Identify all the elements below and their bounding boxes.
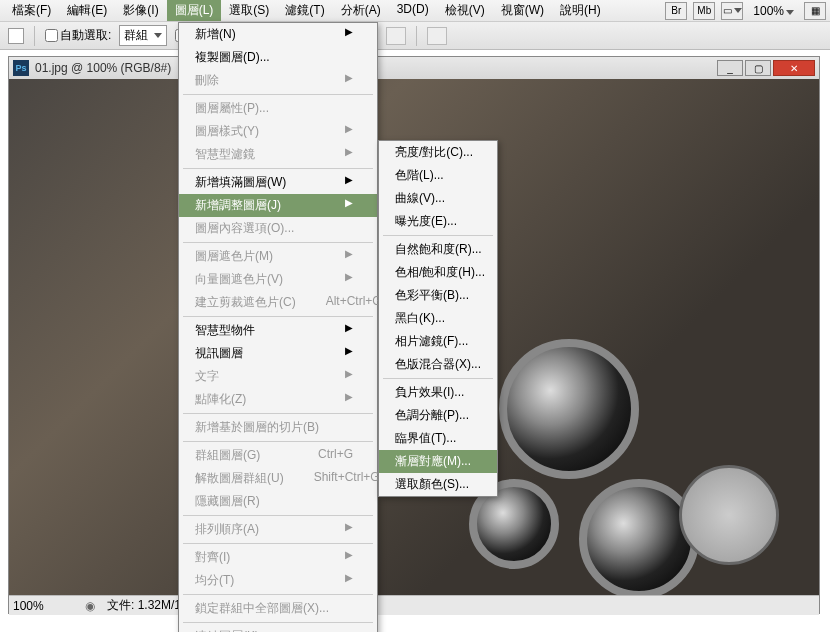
- main-menubar: 檔案(F)編輯(E)影像(I)圖層(L)選取(S)濾鏡(T)分析(A)3D(D)…: [0, 0, 830, 22]
- menu-3d[interactable]: 3D(D): [389, 0, 437, 21]
- screen-mode-icon[interactable]: ▭: [721, 2, 743, 20]
- menu-item: 連結圖層(K): [179, 625, 377, 632]
- zoom-level-label[interactable]: 100%: [749, 4, 798, 18]
- menu-item: 鎖定群組中全部圖層(X)...: [179, 597, 377, 620]
- menu-item: 智慧型濾鏡▶: [179, 143, 377, 166]
- layer-menu-dropdown: 新增(N)▶複製圖層(D)...刪除▶圖層屬性(P)...圖層樣式(Y)▶智慧型…: [178, 22, 378, 632]
- menu-選取[interactable]: 選取(S): [221, 0, 277, 21]
- distribute-button-1[interactable]: [427, 27, 447, 45]
- align-button-6[interactable]: [386, 27, 406, 45]
- menu-item[interactable]: 黑白(K)...: [379, 307, 497, 330]
- menu-item: 向量圖遮色片(V)▶: [179, 268, 377, 291]
- menu-item[interactable]: 色調分離(P)...: [379, 404, 497, 427]
- menu-item[interactable]: 曝光度(E)...: [379, 210, 497, 233]
- menu-item: 建立剪裁遮色片(C)Alt+Ctrl+G: [179, 291, 377, 314]
- menu-item[interactable]: 色相/飽和度(H)...: [379, 261, 497, 284]
- menu-item: 解散圖層群組(U)Shift+Ctrl+G: [179, 467, 377, 490]
- status-zoom[interactable]: 100%: [13, 599, 73, 613]
- menu-item: 隱藏圖層(R): [179, 490, 377, 513]
- menu-item: 群組圖層(G)Ctrl+G: [179, 444, 377, 467]
- menu-item[interactable]: 新增調整圖層(J)▶: [179, 194, 377, 217]
- menu-圖層[interactable]: 圖層(L): [167, 0, 222, 21]
- status-bar: 100% ◉ 文件: 1.32M/1.32M ▶: [9, 595, 819, 615]
- auto-select-checkbox[interactable]: 自動選取:: [45, 27, 111, 44]
- menu-item[interactable]: 新增(N)▶: [179, 23, 377, 46]
- menu-檔案[interactable]: 檔案(F): [4, 0, 59, 21]
- menu-item: 排列順序(A)▶: [179, 518, 377, 541]
- menu-item: 圖層內容選項(O)...: [179, 217, 377, 240]
- menu-item[interactable]: 色彩平衡(B)...: [379, 284, 497, 307]
- menu-item: 圖層屬性(P)...: [179, 97, 377, 120]
- close-button[interactable]: ✕: [773, 60, 815, 76]
- menu-影像[interactable]: 影像(I): [115, 0, 166, 21]
- status-info-icon[interactable]: ◉: [85, 599, 95, 613]
- menu-item[interactable]: 選取顏色(S)...: [379, 473, 497, 496]
- menu-item: 刪除▶: [179, 69, 377, 92]
- menu-濾鏡[interactable]: 濾鏡(T): [277, 0, 332, 21]
- menu-item: 對齊(I)▶: [179, 546, 377, 569]
- menu-item[interactable]: 色階(L)...: [379, 164, 497, 187]
- menu-item[interactable]: 視訊圖層▶: [179, 342, 377, 365]
- menu-item[interactable]: 負片效果(I)...: [379, 381, 497, 404]
- options-toolbar: 自動選取: 群組: [0, 22, 830, 50]
- menu-item: 文字▶: [179, 365, 377, 388]
- menu-item[interactable]: 曲線(V)...: [379, 187, 497, 210]
- menu-item[interactable]: 漸層對應(M)...: [379, 450, 497, 473]
- photoshop-icon: Ps: [13, 60, 29, 76]
- bridge-icon[interactable]: Br: [665, 2, 687, 20]
- menu-編輯[interactable]: 編輯(E): [59, 0, 115, 21]
- auto-select-target-dropdown[interactable]: 群組: [119, 25, 167, 46]
- maximize-button[interactable]: ▢: [745, 60, 771, 76]
- menu-檢視[interactable]: 檢視(V): [437, 0, 493, 21]
- menu-item[interactable]: 臨界值(T)...: [379, 427, 497, 450]
- adjustment-layer-submenu: 亮度/對比(C)...色階(L)...曲線(V)...曝光度(E)...自然飽和…: [378, 140, 498, 497]
- menu-說明[interactable]: 說明(H): [552, 0, 609, 21]
- menu-item[interactable]: 亮度/對比(C)...: [379, 141, 497, 164]
- workspace-icon[interactable]: ▦: [804, 2, 826, 20]
- document-titlebar: Ps 01.jpg @ 100% (RGB/8#) _ ▢ ✕: [9, 57, 819, 79]
- menu-分析[interactable]: 分析(A): [333, 0, 389, 21]
- menu-item: 點陣化(Z)▶: [179, 388, 377, 411]
- menu-item[interactable]: 智慧型物件▶: [179, 319, 377, 342]
- menu-item: 圖層遮色片(M)▶: [179, 245, 377, 268]
- menu-item[interactable]: 複製圖層(D)...: [179, 46, 377, 69]
- menu-item[interactable]: 色版混合器(X)...: [379, 353, 497, 376]
- menu-item: 新增基於圖層的切片(B): [179, 416, 377, 439]
- menu-item[interactable]: 相片濾鏡(F)...: [379, 330, 497, 353]
- move-tool-preset-icon[interactable]: [8, 28, 24, 44]
- menu-item[interactable]: 自然飽和度(R)...: [379, 238, 497, 261]
- minibridge-icon[interactable]: Mb: [693, 2, 715, 20]
- menu-視窗[interactable]: 視窗(W): [493, 0, 552, 21]
- menu-item: 圖層樣式(Y)▶: [179, 120, 377, 143]
- minimize-button[interactable]: _: [717, 60, 743, 76]
- menu-item: 均分(T)▶: [179, 569, 377, 592]
- menu-item[interactable]: 新增填滿圖層(W)▶: [179, 171, 377, 194]
